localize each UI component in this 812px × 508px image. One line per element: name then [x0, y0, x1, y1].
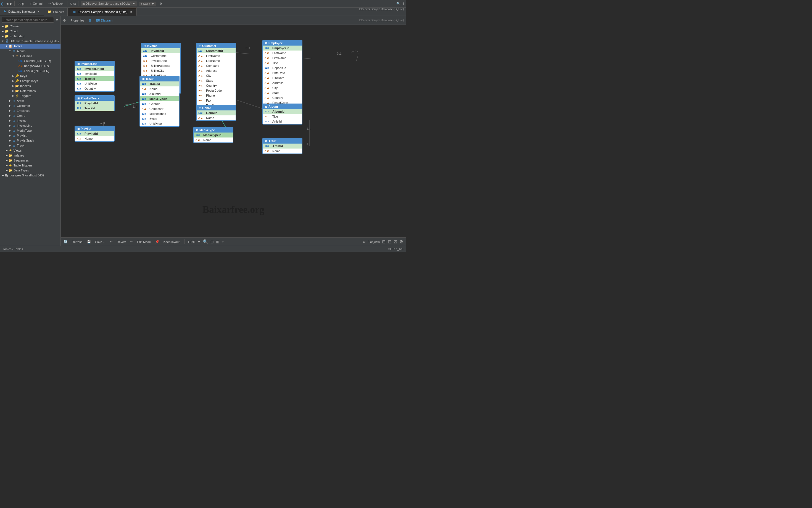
- search-btn[interactable]: 🔍: [396, 2, 400, 5]
- sidebar-item-artist[interactable]: ▶ ⊞ Artist: [0, 98, 60, 103]
- menu-btn[interactable]: ⋮: [402, 2, 405, 5]
- sidebar-item-invoice[interactable]: ▶ ⊞ Invoice: [0, 118, 60, 123]
- tab-close-icon[interactable]: ×: [37, 10, 41, 13]
- col-num-icon: 123: [18, 59, 23, 63]
- er-col-employee-birthdate: A-ZBirthDate: [263, 71, 302, 75]
- sidebar-item-employee[interactable]: ▶ ⊞ Employee: [0, 108, 60, 113]
- sidebar-item-tabletriggers[interactable]: ▶ ⚡ Table Triggers: [0, 163, 60, 168]
- er-col-customer-state: A-ZState: [197, 78, 236, 83]
- status-tz: CET: [388, 247, 394, 251]
- table-icon: ⊞: [12, 143, 16, 147]
- zoom-fit-btn[interactable]: ⊡: [210, 240, 214, 244]
- sidebar-item-dbeaver-db[interactable]: ▼ 🗄 DBeaver Sample Database (SQLite): [0, 39, 60, 44]
- col-str-icon: A-Z: [18, 64, 23, 68]
- sql-btn[interactable]: SQL: [17, 2, 26, 6]
- keys-icon: 🔑: [15, 74, 19, 78]
- er-col-invoiceline-unitprice: 123UnitPrice: [75, 81, 114, 86]
- rollback-btn[interactable]: ↩ Rollback: [47, 1, 65, 6]
- er-col-invoiceline-trackid: 123TrackId: [75, 76, 114, 81]
- tab-main[interactable]: ⊞ *DBeaver Sample Database (SQLite) ×: [70, 8, 137, 16]
- save-btn[interactable]: Save ...: [93, 239, 108, 244]
- tab-projects[interactable]: 📁 Projects: [44, 8, 68, 16]
- er-table-track[interactable]: ⊞ Track123TrackIdA-ZName123AlbumId123Med…: [139, 76, 179, 127]
- layout-icon2[interactable]: ⊟: [388, 239, 391, 244]
- zoom-plus-btn[interactable]: +: [221, 239, 224, 244]
- nav-forward-btn[interactable]: ▶: [10, 2, 12, 5]
- sidebar-item-indexes-main[interactable]: ▶ 📂 Indexes: [0, 153, 60, 158]
- layout-icon1[interactable]: ⊞: [382, 239, 385, 244]
- keep-layout-btn[interactable]: Keep layout: [161, 239, 182, 244]
- nav-back-btn[interactable]: ◀: [6, 2, 8, 5]
- keep-layout-icon: 📌: [155, 240, 159, 244]
- sidebar-item-cloud[interactable]: ▶ 📁 Cloud: [0, 29, 60, 34]
- er-col-playlisttrack-playlistid: 123PlaylistId: [75, 101, 114, 106]
- sidebar-item-views[interactable]: ▶ 👁 Views: [0, 148, 60, 153]
- er-table-playlisttrack[interactable]: ⊞ PlaylistTrack123PlaylistId123TrackId: [75, 95, 115, 111]
- sidebar-item-embedded[interactable]: ▶ 📁 Embedded: [0, 34, 60, 39]
- sidebar-item-mediatype[interactable]: ▶ ⊞ MediaType: [0, 128, 60, 133]
- sidebar-label: Classic: [10, 25, 19, 28]
- sidebar-item-tables[interactable]: ▼ 📋 Tables: [0, 44, 60, 49]
- zoom-out-btn[interactable]: 🔍: [203, 239, 208, 244]
- sidebar-label: ArtistId (INTEGER): [24, 69, 49, 73]
- er-table-playlist[interactable]: ⊞ Playlist123PlaylistIdA-ZName: [75, 126, 115, 142]
- sidebar-item-customer[interactable]: ▶ ⊞ Customer: [0, 103, 60, 108]
- settings-btn[interactable]: ⚙: [158, 1, 164, 6]
- sidebar-label: Keys: [20, 74, 27, 78]
- sidebar-item-datatypes[interactable]: ▶ 📂 Data Types: [0, 168, 60, 173]
- top-toolbar: ⬡ ◀ ▶ SQL ✔ Commit ↩ Rollback Auto ⊞ DBe…: [0, 0, 406, 8]
- er-table-invoiceline[interactable]: ⊞ InvoiceLine123InvoiceLineId123InvoiceI…: [75, 61, 115, 92]
- sidebar-item-keys[interactable]: ▶ 🔑 Keys: [0, 74, 60, 78]
- sidebar-item-playlisttrack[interactable]: ▶ ⊞ PlaylistTrack: [0, 138, 60, 143]
- sidebar-label: Foreign Keys: [20, 79, 38, 83]
- sidebar-label: InvoiceLine: [17, 124, 32, 127]
- db-selector[interactable]: ⊞ DBeaver Sample ... base (SQLite) ▼: [81, 1, 137, 6]
- edit-mode-btn[interactable]: Edit Mode: [135, 239, 153, 244]
- sidebar-item-playlist[interactable]: ▶ ⊞ Playlist: [0, 133, 60, 138]
- zoom-grid-btn[interactable]: ⊞: [216, 240, 219, 244]
- revert-btn[interactable]: Revert: [115, 239, 128, 244]
- filter-icon[interactable]: ▼: [55, 18, 59, 22]
- sidebar-item-track[interactable]: ▶ ⊞ Track: [0, 143, 60, 148]
- commit-btn[interactable]: ✔ Commit: [28, 1, 45, 6]
- er-table-artist[interactable]: ⊞ Artist123ArtistIdA-ZName: [262, 138, 302, 154]
- sidebar-item-artistid[interactable]: 123 ArtistId (INTEGER): [0, 69, 60, 74]
- schema-selector[interactable]: < N/A > ▼: [139, 2, 156, 6]
- sidebar-label: Embedded: [10, 35, 24, 38]
- main-tab-close[interactable]: ×: [129, 10, 133, 14]
- tables-folder-icon: 📋: [8, 44, 13, 48]
- sidebar-label: AlbumId (INTEGER): [24, 59, 51, 63]
- er-canvas[interactable]: 1 0..1 1 1..n 1..n 1 0..1 1..n 0..1 1..n…: [61, 25, 406, 238]
- er-table-genre[interactable]: ⊞ Genre123GenreIdA-ZName: [196, 105, 236, 121]
- sidebar-item-invoiceline[interactable]: ▶ ⊞ InvoiceLine: [0, 123, 60, 128]
- er-table-header-artist: ⊞ Artist: [263, 139, 302, 143]
- sidebar-item-genre[interactable]: ▶ ⊞ Genre: [0, 113, 60, 118]
- sidebar-item-postgres[interactable]: ▶ 🐘 postgres 3 localhost:5432: [0, 173, 60, 178]
- sidebar-item-title[interactable]: A-Z Title (NVARCHAR): [0, 64, 60, 69]
- sidebar-item-albumid[interactable]: 123 AlbumId (INTEGER): [0, 58, 60, 64]
- sidebar-item-classic[interactable]: ▶ 📁 Classic: [0, 24, 60, 29]
- dtype-icon: 📂: [8, 168, 13, 172]
- db-navigator-label: Database Navigator: [8, 10, 35, 13]
- er-table-album[interactable]: ⊞ Album123AlbumIdA-ZTitle123ArtistId: [262, 103, 302, 125]
- sidebar-item-columns[interactable]: ▼ ≡ Columns: [0, 53, 60, 58]
- zoom-dropdown-btn[interactable]: ▼: [198, 240, 201, 244]
- table-icon: ⊞: [12, 114, 16, 118]
- layout-icon3[interactable]: ⊠: [394, 239, 397, 244]
- settings-icon[interactable]: ⚙: [399, 239, 403, 244]
- tab-er-diagram[interactable]: ER Diagram: [94, 18, 115, 23]
- sidebar-item-refs[interactable]: ▶ 📂 References: [0, 88, 60, 93]
- tab-properties[interactable]: Properties: [68, 18, 86, 23]
- er-table-mediatype[interactable]: ⊞ MediaType123MediaTypeIdA-ZName: [193, 127, 233, 143]
- sidebar-item-sequences[interactable]: ▶ 📂 Sequences: [0, 158, 60, 163]
- sidebar-item-fk[interactable]: ▶ 🔑 Foreign Keys: [0, 78, 60, 83]
- refresh-btn[interactable]: Refresh: [70, 239, 85, 244]
- sidebar-item-indexes[interactable]: ▶ 📂 Indexes: [0, 83, 60, 88]
- sidebar-item-album[interactable]: ▼ ⊞ Album: [0, 49, 60, 53]
- sidebar-item-triggers[interactable]: ▶ ⚡ Triggers: [0, 93, 60, 98]
- search-input[interactable]: [2, 17, 54, 23]
- er-table-customer[interactable]: ⊞ Customer123CustomerIdA-ZFirstNameA-ZLa…: [196, 43, 236, 114]
- tab-db-navigator[interactable]: 🗄 Database Navigator ×: [0, 8, 44, 16]
- sidebar-label: Indexes: [13, 154, 24, 157]
- svg-text:1..n: 1..n: [100, 121, 105, 124]
